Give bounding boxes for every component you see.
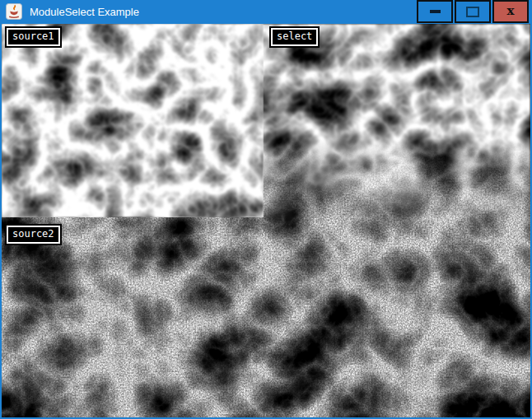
java-coffee-cup-icon — [6, 3, 22, 20]
maximize-icon — [466, 7, 479, 17]
maximize-button[interactable] — [455, 0, 491, 23]
app-window: ModuleSelect Example x — [0, 0, 532, 419]
render-area: source1 select source2 — [2, 24, 530, 417]
source1-noise-image — [2, 24, 264, 217]
close-button[interactable]: x — [492, 0, 529, 23]
source1-label: source1 — [7, 28, 60, 46]
select-label: select — [271, 28, 318, 46]
window-title: ModuleSelect Example — [30, 0, 139, 24]
title-bar[interactable]: ModuleSelect Example x — [0, 0, 532, 24]
minimize-button[interactable] — [417, 0, 453, 23]
minimize-icon — [430, 10, 441, 13]
source2-label: source2 — [7, 226, 60, 244]
close-icon: x — [507, 5, 515, 17]
window-controls: x — [415, 0, 529, 23]
noise-canvas — [2, 24, 530, 417]
